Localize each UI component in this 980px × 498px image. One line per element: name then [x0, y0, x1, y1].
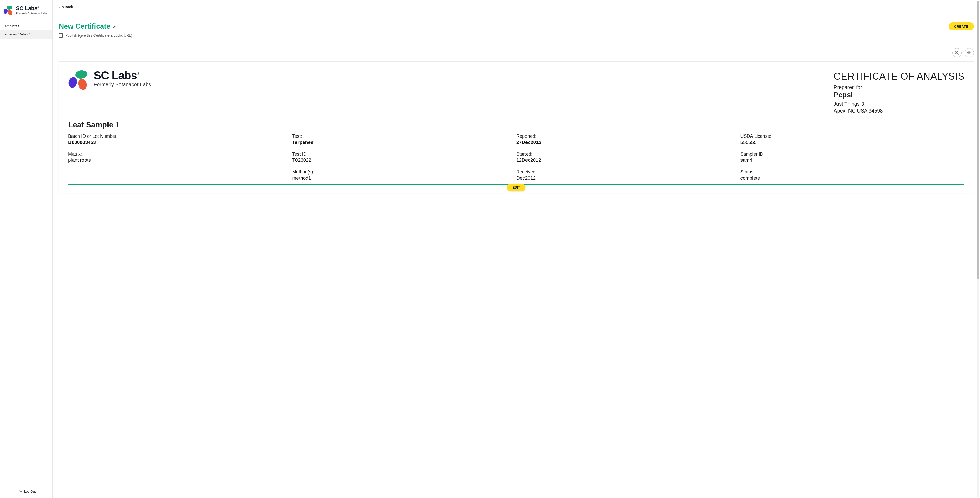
zoom-out-icon	[955, 51, 959, 55]
logout-icon	[18, 490, 22, 493]
client-name: Pepsi	[834, 91, 964, 99]
logout-button[interactable]: Log Out	[0, 486, 52, 498]
sidebar-section-title: Templates	[0, 20, 52, 30]
document-brand-tagline: Formerly Botanacor Labs	[94, 82, 151, 87]
page-title: New Certificate	[59, 22, 110, 30]
sidebar: SC Labs® Formerly Botanacor Labs Templat…	[0, 0, 52, 498]
publish-checkbox[interactable]	[59, 33, 63, 38]
coa-title: CERTIFICATE OF ANALYSIS	[834, 71, 964, 82]
edit-title-icon[interactable]	[113, 24, 117, 28]
logout-label: Log Out	[24, 490, 36, 493]
brand-logo-icon	[3, 5, 14, 16]
table-row: Batch ID or Lot Number:B000003453 Test:T…	[68, 131, 964, 149]
zoom-in-button[interactable]	[965, 48, 974, 57]
certificate-document: SC Labs® Formerly Botanacor Labs CERTIFI…	[59, 62, 974, 193]
main-content: Go Back New Certificate CREATE Publish (…	[52, 0, 980, 498]
sidebar-item-label: Terpenes (Default)	[3, 32, 30, 36]
brand-logo: SC Labs® Formerly Botanacor Labs	[0, 0, 52, 20]
scrollbar-thumb[interactable]	[977, 0, 980, 279]
prepared-for-label: Prepared for:	[834, 84, 964, 90]
go-back-link[interactable]: Go Back	[59, 5, 73, 9]
client-address: Just Things 3 Apex, NC USA 34598	[834, 100, 964, 114]
document-brand-name: SC Labs®	[94, 70, 151, 81]
table-row: Matrix:plant roots Test ID:T023022 Start…	[68, 149, 964, 167]
brand-tagline: Formerly Botanacor Labs	[16, 12, 48, 15]
create-button[interactable]: CREATE	[948, 22, 974, 30]
publish-label: Publish (give this Certificate a public …	[65, 33, 132, 38]
sidebar-item-terpenes[interactable]: Terpenes (Default)	[0, 30, 52, 39]
document-logo: SC Labs® Formerly Botanacor Labs	[68, 70, 151, 91]
svg-line-2	[958, 54, 959, 55]
document-logo-icon	[68, 70, 90, 91]
zoom-in-icon	[967, 51, 972, 55]
brand-name: SC Labs®	[16, 5, 48, 12]
topbar: Go Back	[52, 0, 980, 15]
svg-line-5	[970, 54, 971, 55]
edit-button[interactable]: EDIT	[507, 184, 525, 191]
info-table: Batch ID or Lot Number:B000003453 Test:T…	[68, 131, 964, 185]
zoom-out-button[interactable]	[953, 48, 962, 57]
sample-name: Leaf Sample 1	[68, 121, 964, 129]
table-row: Method(s):method1 Received:Dec2012 Statu…	[68, 167, 964, 185]
